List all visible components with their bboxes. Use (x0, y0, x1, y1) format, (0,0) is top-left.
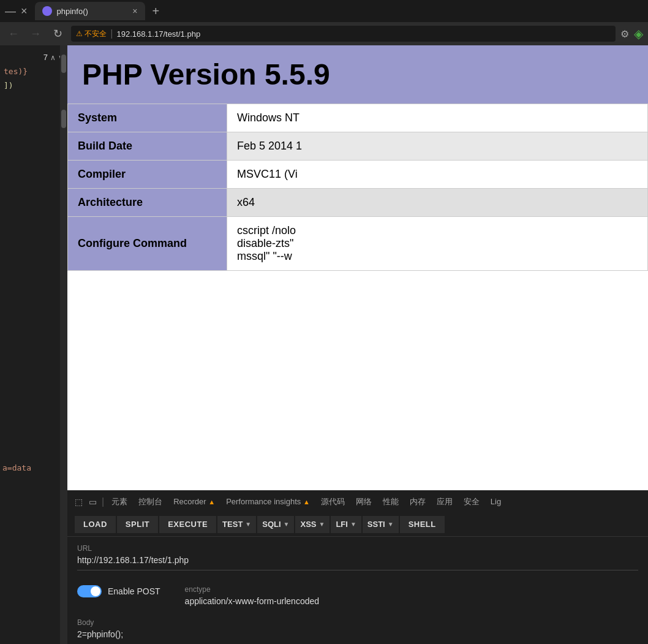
shell-button[interactable]: SHELL (400, 516, 445, 533)
row-value-arch: x64 (227, 189, 648, 217)
sqli-dropdown-arrow: ▼ (284, 521, 290, 528)
xss-button[interactable]: XSS ▼ (295, 516, 330, 533)
tab-memory[interactable]: 内存 (405, 494, 431, 510)
new-tab-button[interactable]: + (148, 4, 165, 18)
toggle-knob (91, 586, 100, 596)
scrollbar[interactable] (60, 45, 67, 644)
phpinfo-page: PHP Version 5.5.9 System Windows NT Buil… (67, 45, 648, 490)
table-row: Compiler MSVC11 (Vi (68, 161, 648, 189)
recorder-warn-icon: ▲ (208, 498, 215, 506)
content-area: PHP Version 5.5.9 System Windows NT Buil… (67, 45, 648, 644)
bottom-toolbar: LOAD SPLIT EXECUTE TEST ▼ SQLI ▼ XSS ▼ L… (67, 512, 648, 537)
phpinfo-header: PHP Version 5.5.9 (67, 45, 648, 104)
url-section: URL http://192.168.1.17/test/1.php (67, 537, 648, 578)
sqli-button[interactable]: SQLI ▼ (257, 516, 294, 533)
code-display: tes)} ]) (4, 64, 64, 93)
phpinfo-table: System Windows NT Build Date Feb 5 2014 … (67, 104, 648, 271)
sidebar-left: 7 ∧ ∨ tes)} ]) a=data (0, 45, 67, 644)
split-button[interactable]: SPLIT (117, 516, 158, 533)
window-minimize[interactable]: — (5, 5, 16, 18)
row-label-system: System (68, 104, 227, 132)
code-line-2: ]) (4, 78, 64, 93)
tab-sources[interactable]: 源代码 (316, 494, 350, 510)
tab-bar: — × phpinfo() × + (0, 0, 648, 22)
ssti-dropdown-arrow: ▼ (388, 521, 394, 528)
address-url: 192.168.1.17/test/1.php (117, 29, 201, 39)
table-row: Architecture x64 (68, 189, 648, 217)
device-icon[interactable]: ▭ (86, 497, 99, 507)
lfi-dropdown-arrow: ▼ (350, 521, 356, 528)
code-line-1: tes)} (4, 64, 64, 78)
back-button[interactable]: ← (5, 28, 22, 40)
row-label-arch: Architecture (68, 189, 227, 217)
nav-bar: ← → ↻ ⚠ 不安全 | 192.168.1.17/test/1.php ⚙ … (0, 22, 648, 45)
table-row: Configure Command cscript /nolo disable-… (68, 217, 648, 271)
forward-button[interactable]: → (27, 28, 44, 40)
xss-dropdown-arrow: ▼ (319, 521, 325, 528)
row-label-compiler: Compiler (68, 161, 227, 189)
post-section: Enable POST enctype application/x-www-fo… (67, 578, 648, 613)
row-value-compiler: MSVC11 (Vi (227, 161, 648, 189)
settings-icon[interactable]: ⚙ (620, 28, 629, 40)
tab-application[interactable]: 应用 (432, 494, 458, 510)
colorful-icon[interactable]: ◈ (634, 26, 643, 41)
row-value-system: Windows NT (227, 104, 648, 132)
code-text-bottom: a=data (2, 463, 31, 472)
table-row: System Windows NT (68, 104, 648, 132)
scroll-thumb-2 (61, 110, 66, 128)
active-tab[interactable]: phpinfo() × (35, 2, 145, 20)
refresh-button[interactable]: ↻ (49, 27, 66, 40)
body-value[interactable]: 2=phpinfo(); (77, 629, 638, 639)
body-label: Body (77, 618, 638, 627)
tab-performance-insights[interactable]: Performance insights ▲ (221, 494, 315, 509)
load-button[interactable]: LOAD (75, 516, 116, 533)
tab-security[interactable]: 安全 (459, 494, 484, 510)
test-dropdown-arrow: ▼ (245, 521, 251, 528)
url-value[interactable]: http://192.168.1.17/test/1.php (77, 555, 638, 570)
tab-close-icon[interactable]: × (132, 6, 137, 16)
row-value-builddate: Feb 5 2014 1 (227, 132, 648, 161)
counter-number: 7 (43, 53, 48, 62)
row-label-builddate: Build Date (68, 132, 227, 161)
body-section: Body 2=phpinfo(); (67, 613, 648, 644)
browser-chrome: — × phpinfo() × + ← → ↻ ⚠ 不安全 | 192.168.… (0, 0, 648, 45)
tab-elements[interactable]: 元素 (107, 494, 132, 510)
tab-network[interactable]: 网络 (351, 494, 377, 510)
address-bar[interactable]: ⚠ 不安全 | 192.168.1.17/test/1.php (71, 26, 616, 42)
security-warning: ⚠ 不安全 (76, 29, 107, 39)
enable-post-label: Enable POST (108, 586, 160, 596)
execute-button[interactable]: EXECUTE (159, 516, 216, 533)
tab-recorder[interactable]: Recorder ▲ (168, 494, 220, 509)
window-close[interactable]: × (21, 5, 28, 18)
enctype-value[interactable]: application/x-www-form-urlencoded (185, 596, 319, 606)
toggle-row: Enable POST (77, 585, 160, 597)
ssti-button[interactable]: SSTI ▼ (363, 516, 399, 533)
tab-performance[interactable]: 性能 (378, 494, 404, 510)
test-button[interactable]: TEST ▼ (217, 516, 256, 533)
enable-post-toggle[interactable] (77, 585, 102, 597)
row-value-configure: cscript /nolo disable-zts" mssql" "--w (227, 217, 648, 271)
toolbar-row: LOAD SPLIT EXECUTE TEST ▼ SQLI ▼ XSS ▼ L… (67, 512, 648, 537)
arrow-up-icon[interactable]: ∧ (50, 53, 56, 62)
table-row: Build Date Feb 5 2014 1 (68, 132, 648, 161)
tab-title: phpinfo() (57, 7, 128, 16)
devtools-bar: ⬚ ▭ | 元素 控制台 Recorder ▲ Performance insi… (67, 490, 648, 512)
scroll-thumb (61, 55, 66, 73)
enctype-label: enctype (185, 585, 319, 594)
separator-1: | (100, 496, 105, 507)
row-label-configure: Configure Command (68, 217, 227, 271)
main-layout: 7 ∧ ∨ tes)} ]) a=data PHP Version 5.5.9 (0, 45, 648, 644)
tab-lighthouse[interactable]: Lig (486, 494, 506, 509)
url-label: URL (77, 544, 638, 553)
phpinfo-title: PHP Version 5.5.9 (82, 58, 633, 91)
address-separator: | (110, 28, 113, 39)
lfi-button[interactable]: LFI ▼ (331, 516, 361, 533)
browser-toolbar-icons: ⚙ ◈ (620, 26, 643, 41)
inspect-icon[interactable]: ⬚ (72, 497, 85, 507)
tab-console[interactable]: 控制台 (134, 494, 167, 510)
perf-warn-icon: ▲ (303, 498, 310, 506)
sidebar-counter: 7 ∧ ∨ (4, 50, 64, 64)
code-bottom: a=data (2, 463, 31, 472)
enctype-section: enctype application/x-www-form-urlencode… (185, 585, 319, 606)
tab-favicon (42, 6, 52, 16)
